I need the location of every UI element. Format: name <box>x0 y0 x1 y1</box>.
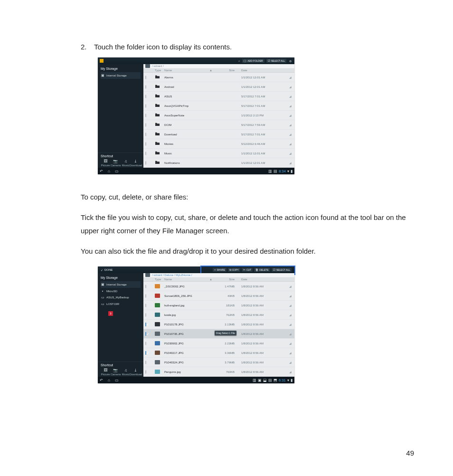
col-name[interactable]: Name <box>164 278 206 281</box>
col-type[interactable]: Type <box>155 278 161 281</box>
row-options-icon[interactable]: ◢ <box>288 342 293 345</box>
add-folder-button[interactable]: ▢ ADD FOLDER <box>242 59 264 63</box>
col-date[interactable]: Date <box>239 278 285 281</box>
sidebar-item[interactable]: ▭LOST.DIR <box>101 301 141 307</box>
row-options-icon[interactable]: ◢ <box>288 95 293 98</box>
row-checkbox[interactable] <box>145 133 146 136</box>
home-icon[interactable] <box>145 273 150 277</box>
row-checkbox[interactable] <box>145 85 146 89</box>
row-options-icon[interactable]: ◢ <box>288 152 293 155</box>
sort-icon[interactable]: ▲ <box>209 278 213 281</box>
back-icon[interactable]: ↶ <box>100 169 103 173</box>
table-row[interactable]: ASUS5/17/2012 7:01 AM◢ <box>143 92 294 101</box>
table-row[interactable]: AsusQVGAPicTmp5/17/2012 7:01 AM◢ <box>143 101 294 111</box>
row-options-icon[interactable]: ◢ <box>288 133 293 136</box>
recent-icon[interactable]: ▭ <box>115 378 119 382</box>
row-checkbox[interactable] <box>145 285 146 288</box>
table-row[interactable]: _DSC0002.JPG1.47MB1/8/2012 8:56 AM◢ <box>143 282 294 291</box>
cut-button[interactable]: ✂CUT <box>242 268 253 272</box>
done-button[interactable]: ✓ DONE <box>100 268 113 272</box>
row-checkbox[interactable] <box>145 294 146 298</box>
row-checkbox[interactable] <box>145 76 146 79</box>
home-icon[interactable] <box>145 64 150 68</box>
table-row[interactable]: holl-england.jpg181KB1/8/2012 8:56 AM◢ <box>143 301 294 310</box>
table-row[interactable]: Movies5/12/2012 6:46 AM◢ <box>143 139 294 149</box>
row-checkbox[interactable] <box>145 152 146 155</box>
col-type[interactable]: Type <box>155 69 161 72</box>
share-button[interactable]: <SHARE <box>213 268 226 272</box>
table-row[interactable]: P1040324.JPG3.79MB1/8/2012 8:56 AM◢ <box>143 358 294 367</box>
row-options-icon[interactable]: ◢ <box>288 285 293 288</box>
row-checkbox[interactable] <box>145 332 146 336</box>
table-row[interactable]: koala.jpg762KB1/8/2012 8:56 AM◢ <box>143 310 294 320</box>
delete-button[interactable]: 🗑DELETE <box>254 268 270 272</box>
row-checkbox[interactable] <box>145 123 146 127</box>
home-nav-icon[interactable]: ⌂ <box>108 169 110 173</box>
row-checkbox[interactable] <box>145 114 146 117</box>
table-row[interactable]: P1010178.JPG2.13MB1/8/2012 8:56 AM◢ <box>143 320 294 329</box>
search-icon[interactable]: ⌕ <box>238 59 240 62</box>
row-options-icon[interactable]: ◢ <box>288 313 293 316</box>
table-row[interactable]: Penguins.jpg760KB1/8/2012 8:56 AM◢ <box>143 367 294 377</box>
table-row[interactable]: DCIM5/17/2012 7:59 AM◢ <box>143 120 294 130</box>
select-all-button[interactable]: ☑SELECT ALL <box>272 268 292 272</box>
table-row[interactable]: Download5/17/2012 7:01 AM◢ <box>143 130 294 139</box>
row-options-icon[interactable]: ◢ <box>288 104 293 107</box>
col-size[interactable]: Size <box>216 278 236 281</box>
table-row[interactable]: AsusSuperNote1/1/2012 2:13 PM◢ <box>143 111 294 120</box>
home-nav-icon[interactable]: ⌂ <box>108 378 110 382</box>
row-options-icon[interactable]: ◢ <box>288 85 293 88</box>
table-row[interactable]: Notifications1/1/2012 12:01 AM◢ <box>143 158 294 168</box>
table-row[interactable]: P1030902.JPG2.23MB1/8/2012 8:56 AM◢ <box>143 339 294 348</box>
row-checkbox[interactable] <box>145 351 146 355</box>
row-checkbox[interactable] <box>145 95 146 98</box>
row-checkbox[interactable] <box>145 104 146 108</box>
sidebar-item[interactable]: ▭ASUS_MyBackup <box>101 294 141 301</box>
table-row[interactable]: Sunset1806_256.JPG49KB1/8/2012 8:56 AM◢ <box>143 291 294 301</box>
sidebar-item-internal-storage[interactable]: ▣ Internal Storage <box>101 72 141 79</box>
row-options-icon[interactable]: ◢ <box>288 76 293 79</box>
row-checkbox[interactable] <box>145 161 146 165</box>
sidebar-item[interactable]: ▣Internal Storage <box>101 281 141 288</box>
row-options-icon[interactable]: ◢ <box>288 332 293 335</box>
breadcrumb[interactable]: / sdcard / Deluxe / MyLZHome / <box>152 274 192 276</box>
sidebar-item[interactable]: ▪MicroSD <box>101 288 141 294</box>
row-checkbox[interactable] <box>145 304 146 307</box>
table-row[interactable]: Android1/1/2012 12:01 AM◢ <box>143 82 294 92</box>
col-name[interactable]: Name <box>164 69 206 72</box>
row-checkbox[interactable] <box>145 370 146 374</box>
row-options-icon[interactable]: ◢ <box>288 161 293 164</box>
shortcut-camera[interactable]: 📷Camera <box>111 368 120 376</box>
row-checkbox[interactable] <box>145 323 146 326</box>
col-size[interactable]: Size <box>216 69 236 72</box>
row-checkbox[interactable] <box>145 342 146 345</box>
shortcut-download[interactable]: ⤓Download <box>131 159 141 167</box>
back-icon[interactable]: ↶ <box>100 378 103 382</box>
shortcut-download[interactable]: ⤓Download <box>131 368 141 376</box>
copy-button[interactable]: ⧉COPY <box>228 268 240 272</box>
row-options-icon[interactable]: ◢ <box>288 361 293 364</box>
table-row[interactable]: Alarms1/1/2012 12:01 AM◢ <box>143 73 294 82</box>
shortcut-picture[interactable]: 🖼Picture <box>101 368 110 376</box>
row-options-icon[interactable]: ◢ <box>288 323 293 326</box>
row-checkbox[interactable] <box>145 142 146 146</box>
row-options-icon[interactable]: ◢ <box>288 294 293 297</box>
row-checkbox[interactable] <box>145 313 146 317</box>
table-row[interactable]: Music1/1/2012 12:01 AM◢ <box>143 149 294 158</box>
row-checkbox[interactable] <box>145 361 146 364</box>
row-options-icon[interactable]: ◢ <box>288 123 293 126</box>
shortcut-camera[interactable]: 📷Camera <box>111 159 120 167</box>
breadcrumb[interactable]: / sdcard / <box>152 65 164 67</box>
row-options-icon[interactable]: ◢ <box>288 351 293 354</box>
row-options-icon[interactable]: ◢ <box>288 304 293 307</box>
col-date[interactable]: Date <box>239 69 285 72</box>
recent-icon[interactable]: ▭ <box>115 169 119 173</box>
settings-icon[interactable]: ⚙ <box>288 59 293 63</box>
row-options-icon[interactable]: ◢ <box>288 370 293 373</box>
select-all-button[interactable]: ☑ SELECT ALL <box>266 59 286 63</box>
table-row[interactable]: P1040217.JPG3.36MB1/8/2012 8:56 AM◢ <box>143 348 294 358</box>
sort-icon[interactable]: ▲ <box>209 69 213 72</box>
row-options-icon[interactable]: ◢ <box>288 142 293 145</box>
row-options-icon[interactable]: ◢ <box>288 114 293 117</box>
shortcut-picture[interactable]: 🖼Picture <box>101 159 110 167</box>
